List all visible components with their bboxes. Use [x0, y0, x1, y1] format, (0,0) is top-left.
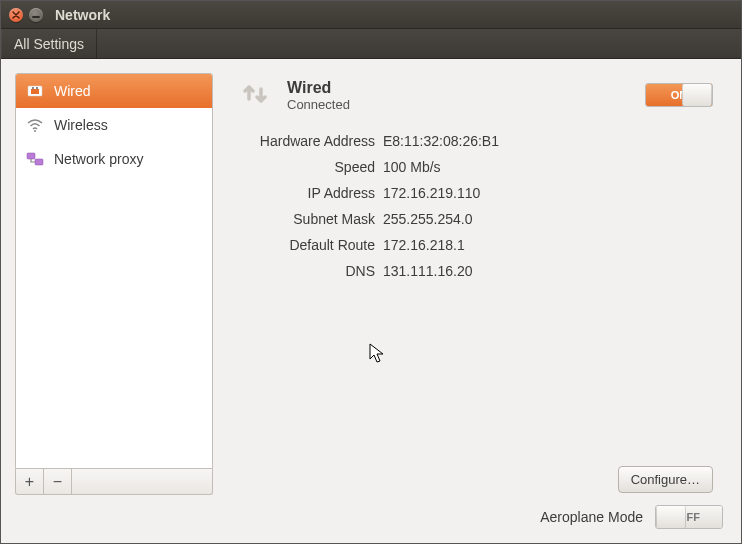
- window-close-button[interactable]: [9, 8, 23, 22]
- svg-rect-1: [31, 89, 39, 94]
- ethernet-icon: [26, 82, 44, 100]
- toggle-knob: [682, 84, 712, 106]
- connection-properties: Hardware Address E8:11:32:08:26:B1 Speed…: [235, 133, 713, 279]
- add-connection-button[interactable]: +: [16, 469, 44, 494]
- connection-detail: Wired Connected ON OFF Hardware Address …: [213, 73, 727, 495]
- connection-list: Wired Wireless Network proxy: [15, 73, 213, 469]
- sidebar-item-label: Wired: [54, 83, 91, 99]
- prop-value: 172.16.219.110: [383, 185, 713, 201]
- prop-key: Default Route: [235, 237, 375, 253]
- svg-point-4: [34, 130, 36, 132]
- toolbar: All Settings: [1, 29, 741, 59]
- titlebar: Network: [1, 1, 741, 29]
- sidebar-item-label: Wireless: [54, 117, 108, 133]
- toggle-knob: [656, 506, 686, 528]
- prop-key: DNS: [235, 263, 375, 279]
- svg-rect-3: [36, 87, 38, 89]
- wifi-icon: [26, 116, 44, 134]
- svg-rect-6: [35, 159, 43, 165]
- sidebar-item-wireless[interactable]: Wireless: [16, 108, 212, 142]
- proxy-icon: [26, 150, 44, 168]
- window-title: Network: [55, 7, 110, 23]
- all-settings-button[interactable]: All Settings: [1, 29, 97, 58]
- sidebar-item-label: Network proxy: [54, 151, 143, 167]
- sidebar-item-wired[interactable]: Wired: [16, 74, 212, 108]
- connection-status: Connected: [287, 97, 633, 112]
- prop-value: 100 Mb/s: [383, 159, 713, 175]
- remove-connection-button[interactable]: −: [44, 469, 72, 494]
- svg-rect-2: [32, 87, 34, 89]
- connection-sidebar: Wired Wireless Network proxy + −: [15, 73, 213, 495]
- prop-key: Hardware Address: [235, 133, 375, 149]
- aeroplane-mode-toggle[interactable]: ON OFF: [655, 505, 723, 529]
- prop-value: 172.16.218.1: [383, 237, 713, 253]
- prop-key: Speed: [235, 159, 375, 175]
- sidebar-item-proxy[interactable]: Network proxy: [16, 142, 212, 176]
- prop-value: 255.255.254.0: [383, 211, 713, 227]
- aeroplane-mode-label: Aeroplane Mode: [540, 509, 643, 525]
- connection-title: Wired: [287, 79, 633, 97]
- connection-list-footer: + −: [15, 469, 213, 495]
- prop-value: E8:11:32:08:26:B1: [383, 133, 713, 149]
- content: Wired Wireless Network proxy + −: [1, 59, 741, 543]
- svg-rect-5: [27, 153, 35, 159]
- prop-value: 131.111.16.20: [383, 263, 713, 279]
- aeroplane-row: Aeroplane Mode ON OFF: [15, 495, 727, 529]
- connection-arrows-icon: [235, 75, 275, 115]
- configure-button[interactable]: Configure…: [618, 466, 713, 493]
- window-minimize-button[interactable]: [29, 8, 43, 22]
- connection-toggle[interactable]: ON OFF: [645, 83, 713, 107]
- prop-key: IP Address: [235, 185, 375, 201]
- prop-key: Subnet Mask: [235, 211, 375, 227]
